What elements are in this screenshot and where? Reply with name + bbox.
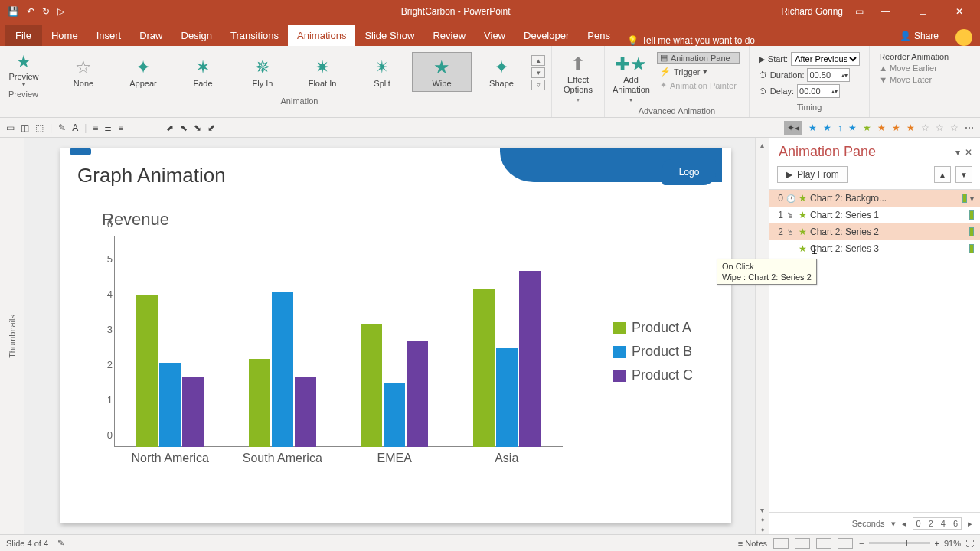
animation-pane-toggle[interactable]: ▤ Animation Pane (657, 52, 740, 64)
star-icon[interactable]: ☆ (950, 122, 959, 133)
tab-review[interactable]: Review (423, 25, 475, 46)
qat-icon[interactable]: ≡ (118, 122, 123, 133)
tab-animations[interactable]: Animations (288, 25, 355, 46)
star-icon[interactable]: ★ (877, 122, 886, 133)
qat-icon[interactable]: ◫ (21, 122, 29, 133)
qat-icon[interactable]: A (72, 122, 78, 133)
anim-split[interactable]: ✴Split (352, 52, 412, 92)
ribbon-options-icon[interactable]: ▭ (855, 6, 864, 17)
move-later-button[interactable]: ▼ Move Later (879, 75, 949, 84)
arrow-icon[interactable]: ↑ (838, 122, 842, 133)
star-icon[interactable]: ★ (892, 122, 900, 133)
fit-icon[interactable]: ⛶ (965, 539, 974, 548)
qat-anim-icon[interactable]: ✦◂ (784, 121, 802, 135)
maximize-button[interactable]: ☐ (908, 0, 937, 23)
anim-none[interactable]: ☆None (54, 52, 113, 92)
star-icon[interactable]: ☆ (936, 122, 944, 133)
preview-button[interactable]: ★ Preview ▾ (5, 49, 43, 88)
anim-shape[interactable]: ✦Shape (472, 52, 531, 92)
anim-appear[interactable]: ✦Appear (113, 52, 173, 92)
qat-icon[interactable]: ≡ (93, 122, 98, 133)
qat-icon[interactable]: ▭ (6, 122, 15, 133)
user-name[interactable]: Richard Goring (781, 6, 843, 17)
star-icon[interactable]: ★ (863, 122, 871, 133)
animation-list-item[interactable]: ★Chart 2: Series 3 (769, 240, 980, 257)
qat-icon[interactable]: ⬋ (207, 122, 215, 133)
tab-insert[interactable]: Insert (87, 25, 131, 46)
anim-fade[interactable]: ✶Fade (173, 52, 233, 92)
tab-developer[interactable]: Developer (514, 25, 578, 46)
timing-start[interactable]: ▶ Start: After Previous (759, 52, 860, 66)
slide-editor[interactable]: 0 1 2 3 Graph Animation Logo Revenue 012… (24, 138, 755, 534)
slide-counter[interactable]: Slide 4 of 4 (6, 539, 48, 548)
gallery-more[interactable]: ▴▾▿ (531, 52, 545, 90)
chevron-down-icon[interactable]: ▾ (970, 194, 974, 203)
zoom-control[interactable]: −+ 91% ⛶ (859, 539, 974, 548)
qat-icon[interactable]: ⬉ (180, 122, 188, 133)
view-sorter-icon[interactable] (795, 538, 810, 549)
anim-floatin[interactable]: ✷Float In (292, 52, 352, 92)
view-normal-icon[interactable] (773, 538, 789, 549)
effect-options-button[interactable]: ⬆ Effect Options ▾ (557, 49, 599, 105)
trigger-button[interactable]: ⚡ Trigger ▾ (657, 66, 740, 77)
close-pane-icon[interactable]: ✕ (965, 147, 972, 158)
share-button[interactable]: 👤 Share (890, 26, 948, 46)
tab-view[interactable]: View (475, 25, 514, 46)
tab-home[interactable]: Home (42, 25, 87, 46)
chart[interactable]: Revenue 0123456 North AmericaSouth Ameri… (91, 210, 701, 500)
anim-flyin[interactable]: ✵Fly In (233, 52, 292, 92)
qat-icon[interactable]: ⬊ (194, 122, 201, 133)
tab-pens[interactable]: Pens (578, 25, 619, 46)
move-down-button[interactable]: ▼ (956, 166, 972, 183)
slideshow-icon[interactable]: ▷ (57, 6, 64, 17)
chart-legend: Product AProduct BProduct C (613, 320, 693, 391)
timeline[interactable]: Seconds▾ ◂ 0246 ▸ (769, 512, 980, 534)
zoom-value[interactable]: 91% (944, 539, 961, 548)
move-up-button[interactable]: ▲ (934, 166, 951, 183)
animation-list-item[interactable]: 1🖱★Chart 2: Series 1 (769, 207, 980, 223)
notes-button[interactable]: ≡ Notes (738, 539, 767, 548)
anim-wipe[interactable]: ★Wipe (412, 52, 472, 92)
star-icon[interactable]: ★ (808, 122, 817, 133)
vertical-scrollbar[interactable]: ▴▾✦✦ (755, 138, 769, 534)
redo-icon[interactable]: ↻ (42, 6, 50, 17)
add-animation-button[interactable]: ✚★ Add Animation ▾ (609, 49, 652, 105)
close-button[interactable]: ✕ (945, 0, 974, 23)
overflow-icon[interactable]: ⋯ (965, 122, 974, 133)
duration-input[interactable]: 00.50▴▾ (807, 68, 850, 82)
tab-file[interactable]: File (5, 25, 42, 46)
tell-me[interactable]: 💡 Tell me what you want to do (619, 35, 755, 46)
animation-gallery[interactable]: ☆None ✦Appear ✶Fade ✵Fly In ✷Float In ✴S… (52, 49, 547, 95)
tab-transitions[interactable]: Transitions (221, 25, 288, 46)
animation-painter-button[interactable]: ✦ Animation Painter (657, 80, 740, 91)
pane-options-icon[interactable]: ▾ (956, 147, 960, 158)
start-select[interactable]: After Previous (791, 52, 860, 66)
qat-icon[interactable]: ⬚ (35, 122, 44, 133)
animation-list-item[interactable]: 2🖱★Chart 2: Series 2 (769, 223, 980, 240)
timing-duration[interactable]: ⏱ Duration: 00.50▴▾ (759, 68, 860, 82)
timing-delay[interactable]: ⏲ Delay: 00.00▴▾ (759, 84, 860, 98)
play-from-button[interactable]: ▶ Play From (777, 166, 848, 183)
save-icon[interactable]: 💾 (8, 6, 19, 17)
spellcheck-icon[interactable]: ✎ (57, 538, 64, 548)
star-icon[interactable]: ★ (848, 122, 857, 133)
delay-input[interactable]: 00.00▴▾ (797, 84, 840, 98)
star-icon[interactable]: ★ (823, 122, 831, 133)
qat-icon[interactable]: ≣ (104, 122, 112, 133)
minimize-button[interactable]: — (871, 0, 900, 23)
feedback-icon[interactable] (956, 29, 972, 46)
tab-design[interactable]: Design (172, 25, 221, 46)
tab-draw[interactable]: Draw (130, 25, 172, 46)
qat-icon[interactable]: ✎ (58, 122, 66, 133)
animation-list-item[interactable]: 0🕐★Chart 2: Backgro...▾ (769, 190, 980, 207)
slide-canvas[interactable]: Graph Animation Logo Revenue 0123456 Nor… (60, 148, 731, 523)
view-slideshow-icon[interactable] (838, 538, 853, 549)
star-icon[interactable]: ☆ (921, 122, 929, 133)
qat-icon[interactable]: ⬈ (166, 122, 174, 133)
star-icon[interactable]: ★ (906, 122, 915, 133)
thumbnails-rail[interactable]: Thumbnails (0, 138, 24, 534)
view-reading-icon[interactable] (816, 538, 831, 549)
tab-slideshow[interactable]: Slide Show (355, 25, 423, 46)
move-earlier-button[interactable]: ▲ Move Earlier (879, 64, 949, 73)
undo-icon[interactable]: ↶ (27, 6, 34, 17)
